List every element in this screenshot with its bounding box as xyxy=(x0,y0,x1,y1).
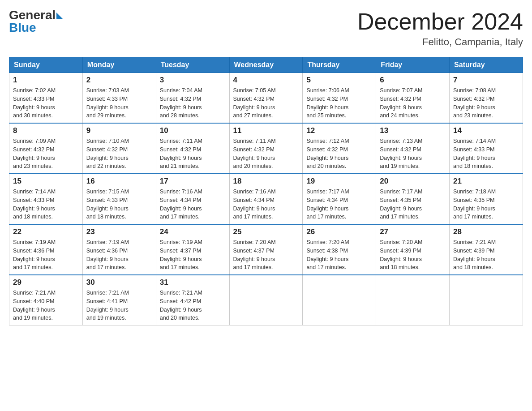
day-info: Sunrise: 7:11 AMSunset: 4:32 PMDaylight:… xyxy=(160,137,226,171)
calendar-cell: 7Sunrise: 7:08 AMSunset: 4:32 PMDaylight… xyxy=(450,73,523,124)
calendar-cell: 30Sunrise: 7:21 AMSunset: 4:41 PMDayligh… xyxy=(82,275,156,325)
logo-arrow-icon xyxy=(56,13,63,19)
day-info: Sunrise: 7:18 AMSunset: 4:35 PMDaylight:… xyxy=(453,188,519,221)
calendar-cell: 20Sunrise: 7:17 AMSunset: 4:35 PMDayligh… xyxy=(376,174,450,224)
day-info: Sunrise: 7:14 AMSunset: 4:33 PMDaylight:… xyxy=(13,188,79,221)
calendar-cell: 22Sunrise: 7:19 AMSunset: 4:36 PMDayligh… xyxy=(9,224,83,275)
day-info: Sunrise: 7:05 AMSunset: 4:32 PMDaylight:… xyxy=(233,86,299,120)
calendar-cell xyxy=(376,275,450,325)
day-info: Sunrise: 7:16 AMSunset: 4:34 PMDaylight:… xyxy=(233,188,299,221)
calendar-cell: 29Sunrise: 7:21 AMSunset: 4:40 PMDayligh… xyxy=(9,275,83,325)
month-title: December 2024 xyxy=(357,9,523,34)
day-number: 26 xyxy=(306,227,372,236)
day-number: 10 xyxy=(160,126,226,135)
calendar-cell: 25Sunrise: 7:20 AMSunset: 4:37 PMDayligh… xyxy=(229,224,303,275)
day-info: Sunrise: 7:19 AMSunset: 4:37 PMDaylight:… xyxy=(160,238,226,272)
calendar-cell: 24Sunrise: 7:19 AMSunset: 4:37 PMDayligh… xyxy=(156,224,229,275)
day-info: Sunrise: 7:04 AMSunset: 4:32 PMDaylight:… xyxy=(160,86,226,120)
day-number: 19 xyxy=(306,177,372,186)
day-info: Sunrise: 7:21 AMSunset: 4:40 PMDaylight:… xyxy=(13,289,79,322)
day-number: 25 xyxy=(233,227,299,236)
calendar-cell: 28Sunrise: 7:21 AMSunset: 4:39 PMDayligh… xyxy=(450,224,523,275)
weekday-header-wednesday: Wednesday xyxy=(229,57,303,73)
calendar-cell: 18Sunrise: 7:16 AMSunset: 4:34 PMDayligh… xyxy=(229,174,303,224)
weekday-header-tuesday: Tuesday xyxy=(156,57,229,73)
calendar-cell: 2Sunrise: 7:03 AMSunset: 4:33 PMDaylight… xyxy=(82,73,156,124)
day-info: Sunrise: 7:09 AMSunset: 4:32 PMDaylight:… xyxy=(13,137,79,171)
day-number: 31 xyxy=(160,278,226,287)
day-number: 5 xyxy=(306,76,372,85)
calendar-cell: 26Sunrise: 7:20 AMSunset: 4:38 PMDayligh… xyxy=(303,224,376,275)
calendar-cell: 1Sunrise: 7:02 AMSunset: 4:33 PMDaylight… xyxy=(9,73,83,124)
calendar-week-row: 8Sunrise: 7:09 AMSunset: 4:32 PMDaylight… xyxy=(9,123,523,174)
day-number: 11 xyxy=(233,126,299,135)
day-info: Sunrise: 7:02 AMSunset: 4:33 PMDaylight:… xyxy=(13,86,79,120)
day-number: 3 xyxy=(160,76,226,85)
day-number: 9 xyxy=(86,126,152,135)
calendar-cell: 19Sunrise: 7:17 AMSunset: 4:34 PMDayligh… xyxy=(303,174,376,224)
calendar-week-row: 29Sunrise: 7:21 AMSunset: 4:40 PMDayligh… xyxy=(9,275,523,325)
day-info: Sunrise: 7:07 AMSunset: 4:32 PMDaylight:… xyxy=(380,86,446,120)
calendar-cell: 16Sunrise: 7:15 AMSunset: 4:33 PMDayligh… xyxy=(82,174,156,224)
calendar-cell: 8Sunrise: 7:09 AMSunset: 4:32 PMDaylight… xyxy=(9,123,83,174)
day-info: Sunrise: 7:20 AMSunset: 4:38 PMDaylight:… xyxy=(306,238,372,272)
page-header: General Blue December 2024 Felitto, Camp… xyxy=(9,9,523,48)
day-number: 23 xyxy=(86,227,152,236)
calendar-week-row: 1Sunrise: 7:02 AMSunset: 4:33 PMDaylight… xyxy=(9,73,523,124)
calendar-cell: 11Sunrise: 7:11 AMSunset: 4:32 PMDayligh… xyxy=(229,123,303,174)
day-number: 21 xyxy=(453,177,519,186)
logo-general-text: General xyxy=(9,8,56,22)
day-number: 30 xyxy=(86,278,152,287)
day-info: Sunrise: 7:21 AMSunset: 4:42 PMDaylight:… xyxy=(160,289,226,322)
calendar-week-row: 15Sunrise: 7:14 AMSunset: 4:33 PMDayligh… xyxy=(9,174,523,224)
day-number: 2 xyxy=(86,76,152,85)
calendar-cell: 27Sunrise: 7:20 AMSunset: 4:39 PMDayligh… xyxy=(376,224,450,275)
day-number: 27 xyxy=(380,227,446,236)
day-number: 16 xyxy=(86,177,152,186)
day-number: 17 xyxy=(160,177,226,186)
day-info: Sunrise: 7:14 AMSunset: 4:33 PMDaylight:… xyxy=(453,137,519,171)
day-number: 14 xyxy=(453,126,519,135)
day-number: 18 xyxy=(233,177,299,186)
weekday-header-saturday: Saturday xyxy=(450,57,523,73)
day-info: Sunrise: 7:16 AMSunset: 4:34 PMDaylight:… xyxy=(160,188,226,221)
day-number: 1 xyxy=(13,76,79,85)
day-number: 20 xyxy=(380,177,446,186)
title-area: December 2024 Felitto, Campania, Italy xyxy=(357,9,523,48)
day-info: Sunrise: 7:17 AMSunset: 4:35 PMDaylight:… xyxy=(380,188,446,221)
calendar-cell: 9Sunrise: 7:10 AMSunset: 4:32 PMDaylight… xyxy=(82,123,156,174)
weekday-header-row: SundayMondayTuesdayWednesdayThursdayFrid… xyxy=(9,57,523,73)
calendar-cell: 4Sunrise: 7:05 AMSunset: 4:32 PMDaylight… xyxy=(229,73,303,124)
day-info: Sunrise: 7:08 AMSunset: 4:32 PMDaylight:… xyxy=(453,86,519,120)
day-number: 15 xyxy=(13,177,79,186)
location-text: Felitto, Campania, Italy xyxy=(357,36,523,48)
day-number: 6 xyxy=(380,76,446,85)
weekday-header-friday: Friday xyxy=(376,57,450,73)
calendar-cell: 6Sunrise: 7:07 AMSunset: 4:32 PMDaylight… xyxy=(376,73,450,124)
calendar-cell: 13Sunrise: 7:13 AMSunset: 4:32 PMDayligh… xyxy=(376,123,450,174)
day-info: Sunrise: 7:13 AMSunset: 4:32 PMDaylight:… xyxy=(380,137,446,171)
weekday-header-thursday: Thursday xyxy=(303,57,376,73)
calendar-cell xyxy=(229,275,303,325)
calendar-table: SundayMondayTuesdayWednesdayThursdayFrid… xyxy=(9,57,523,325)
calendar-week-row: 22Sunrise: 7:19 AMSunset: 4:36 PMDayligh… xyxy=(9,224,523,275)
calendar-cell: 31Sunrise: 7:21 AMSunset: 4:42 PMDayligh… xyxy=(156,275,229,325)
calendar-cell xyxy=(450,275,523,325)
calendar-cell: 10Sunrise: 7:11 AMSunset: 4:32 PMDayligh… xyxy=(156,123,229,174)
day-info: Sunrise: 7:12 AMSunset: 4:32 PMDaylight:… xyxy=(306,137,372,171)
calendar-cell: 14Sunrise: 7:14 AMSunset: 4:33 PMDayligh… xyxy=(450,123,523,174)
day-info: Sunrise: 7:11 AMSunset: 4:32 PMDaylight:… xyxy=(233,137,299,171)
calendar-cell: 3Sunrise: 7:04 AMSunset: 4:32 PMDaylight… xyxy=(156,73,229,124)
calendar-cell: 21Sunrise: 7:18 AMSunset: 4:35 PMDayligh… xyxy=(450,174,523,224)
weekday-header-sunday: Sunday xyxy=(9,57,83,73)
weekday-header-monday: Monday xyxy=(82,57,156,73)
day-info: Sunrise: 7:21 AMSunset: 4:41 PMDaylight:… xyxy=(86,289,152,322)
logo-blue-text: Blue xyxy=(9,21,36,34)
day-number: 4 xyxy=(233,76,299,85)
day-info: Sunrise: 7:19 AMSunset: 4:36 PMDaylight:… xyxy=(86,238,152,272)
day-number: 13 xyxy=(380,126,446,135)
logo: General Blue xyxy=(9,9,63,34)
day-info: Sunrise: 7:10 AMSunset: 4:32 PMDaylight:… xyxy=(86,137,152,171)
day-number: 22 xyxy=(13,227,79,236)
day-info: Sunrise: 7:20 AMSunset: 4:37 PMDaylight:… xyxy=(233,238,299,272)
